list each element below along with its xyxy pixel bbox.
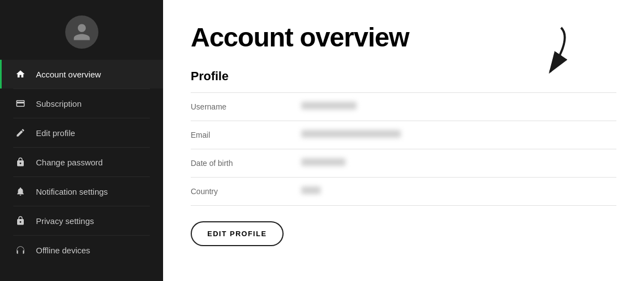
field-value-dob: [301, 158, 616, 168]
field-value-country: [301, 186, 616, 196]
sidebar-item-label: Offline devices: [36, 246, 90, 255]
profile-row-email: Email: [191, 121, 616, 149]
field-label-country: Country: [191, 187, 301, 196]
avatar-area: [0, 0, 163, 60]
page-title: Account overview: [191, 22, 616, 53]
sidebar-item-label: Privacy settings: [36, 216, 94, 226]
pen-icon: [15, 127, 26, 138]
sidebar-item-privacy-settings[interactable]: Privacy settings: [0, 206, 163, 235]
card-icon: [15, 98, 26, 109]
sidebar-item-label: Edit profile: [36, 128, 75, 138]
sidebar-item-notification-settings[interactable]: Notification settings: [0, 177, 163, 206]
field-label-username: Username: [191, 102, 301, 111]
edit-profile-button[interactable]: EDIT PROFILE: [191, 221, 284, 246]
sidebar-item-offline-devices[interactable]: Offline devices: [0, 236, 163, 264]
profile-row-username: Username: [191, 92, 616, 121]
sidebar-item-label: Change password: [36, 158, 103, 167]
avatar: [65, 15, 98, 49]
field-label-email: Email: [191, 131, 301, 139]
profile-row-dob: Date of birth: [191, 149, 616, 178]
field-value-username: [301, 102, 616, 112]
sidebar-item-account-overview[interactable]: Account overview: [0, 60, 163, 89]
section-title: Profile: [191, 69, 616, 84]
lock-icon: [15, 157, 26, 168]
sidebar-item-label: Subscription: [36, 99, 82, 108]
sidebar-item-edit-profile[interactable]: Edit profile: [0, 118, 163, 147]
bell-icon: [15, 186, 26, 197]
field-value-email: [301, 130, 616, 140]
sidebar-item-label: Notification settings: [36, 187, 108, 196]
blurred-email: [301, 130, 401, 138]
lock-icon2: [15, 215, 26, 226]
headphones-icon: [15, 244, 26, 256]
blurred-dob: [301, 158, 345, 166]
profile-row-country: Country: [191, 178, 616, 206]
sidebar-nav: Account overview Subscription Edit profi…: [0, 60, 163, 281]
sidebar: Account overview Subscription Edit profi…: [0, 0, 163, 281]
blurred-country: [301, 186, 321, 194]
field-label-dob: Date of birth: [191, 159, 301, 168]
sidebar-item-change-password[interactable]: Change password: [0, 148, 163, 176]
user-icon: [72, 22, 92, 42]
main-content: Account overview Profile Username Email …: [163, 0, 644, 281]
profile-fields: Username Email Date of birth Country: [191, 92, 616, 206]
home-icon: [15, 69, 26, 80]
sidebar-item-label: Account overview: [36, 70, 101, 79]
sidebar-item-subscription[interactable]: Subscription: [0, 89, 163, 118]
blurred-username: [301, 102, 357, 110]
